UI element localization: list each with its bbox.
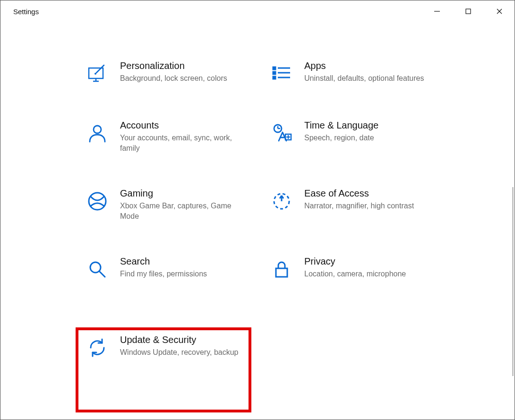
- tile-privacy[interactable]: Privacy Location, camera, microphone: [268, 252, 453, 283]
- svg-point-15: [94, 126, 101, 133]
- minimize-button[interactable]: [421, 1, 453, 22]
- close-icon: [496, 8, 503, 15]
- privacy-icon: [270, 258, 293, 281]
- vertical-scrollbar[interactable]: [512, 187, 514, 376]
- tile-subtitle: Narrator, magnifier, high contrast: [304, 201, 414, 211]
- tile-title: Privacy: [304, 255, 406, 268]
- tile-subtitle: Uninstall, defaults, optional features: [304, 73, 424, 84]
- tile-title: Gaming: [120, 187, 243, 200]
- tile-subtitle: Windows Update, recovery, backup: [120, 347, 238, 358]
- tile-title: Accounts: [120, 119, 243, 132]
- tile-subtitle: Location, camera, microphone: [304, 269, 406, 279]
- svg-rect-10: [273, 72, 275, 74]
- window-title: Settings: [13, 8, 39, 16]
- tile-title: Search: [120, 255, 207, 268]
- tile-accounts[interactable]: Accounts Your accounts, email, sync, wor…: [84, 116, 268, 156]
- tile-search[interactable]: Search Find my files, permissions: [84, 252, 268, 283]
- tile-subtitle: Speech, region, date: [304, 133, 378, 143]
- svg-rect-27: [276, 268, 287, 277]
- svg-rect-1: [466, 9, 471, 14]
- tile-subtitle: Background, lock screen, colors: [120, 73, 227, 84]
- tile-subtitle: Find my files, permissions: [120, 269, 207, 279]
- settings-content: Personalization Background, lock screen,…: [0, 57, 515, 420]
- tile-apps[interactable]: Apps Uninstall, defaults, optional featu…: [268, 57, 453, 88]
- titlebar: Settings: [0, 0, 515, 23]
- tile-title: Personalization: [120, 60, 227, 72]
- window-controls: [421, 0, 515, 23]
- tile-ease-of-access[interactable]: Ease of Access Narrator, magnifier, high…: [268, 184, 453, 224]
- update-security-icon: [86, 336, 109, 359]
- maximize-button[interactable]: [453, 1, 484, 22]
- tile-title: Time & Language: [304, 119, 378, 132]
- svg-rect-11: [273, 77, 275, 79]
- svg-point-25: [90, 262, 101, 273]
- tile-title: Update & Security: [120, 334, 238, 346]
- ease-of-access-icon: [270, 190, 293, 213]
- gaming-icon: [86, 190, 109, 213]
- personalization-icon: [86, 62, 109, 85]
- tile-update-security[interactable]: Update & Security Windows Update, recove…: [84, 331, 268, 362]
- maximize-icon: [465, 8, 472, 15]
- tile-personalization[interactable]: Personalization Background, lock screen,…: [84, 57, 268, 88]
- svg-line-26: [100, 272, 105, 277]
- tile-subtitle: Your accounts, email, sync, work, family: [120, 133, 243, 153]
- time-language-icon: [270, 122, 293, 145]
- minimize-icon: [434, 8, 440, 15]
- settings-grid: Personalization Background, lock screen,…: [84, 57, 453, 362]
- close-button[interactable]: [484, 1, 515, 22]
- svg-point-22: [89, 193, 106, 210]
- tile-gaming[interactable]: Gaming Xbox Game Bar, captures, Game Mod…: [84, 184, 268, 224]
- search-icon: [86, 258, 109, 281]
- tile-time-language[interactable]: Time & Language Speech, region, date: [268, 116, 453, 156]
- tile-subtitle: Xbox Game Bar, captures, Game Mode: [120, 201, 243, 221]
- apps-icon: [270, 62, 293, 85]
- tile-title: Apps: [304, 60, 424, 72]
- accounts-icon: [86, 122, 109, 145]
- svg-rect-9: [273, 67, 275, 69]
- tile-title: Ease of Access: [304, 187, 414, 200]
- svg-point-8: [94, 73, 96, 75]
